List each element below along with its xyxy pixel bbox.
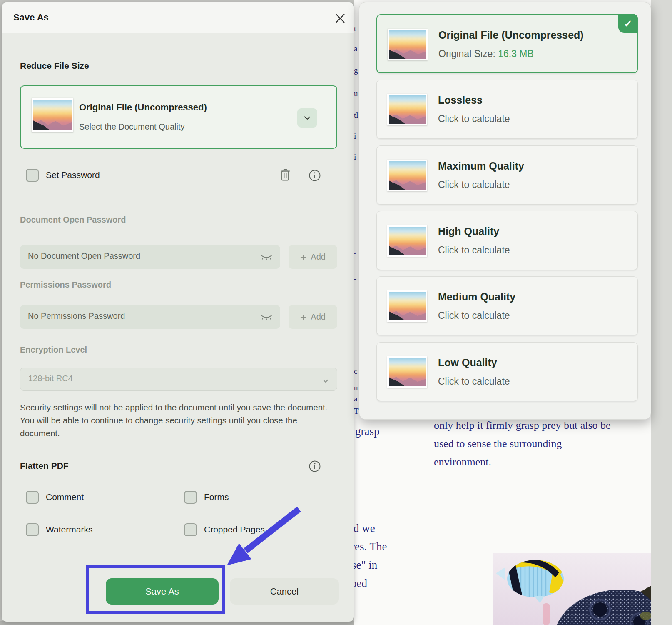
quality-thumbnail (32, 98, 73, 132)
plus-icon: + (300, 313, 306, 321)
quality-option-title: Maximum Quality (438, 160, 524, 172)
quality-option-high[interactable]: High Quality Click to calculate (376, 211, 638, 270)
quality-option-subtitle: Click to calculate (438, 376, 510, 387)
encryption-level-value: 128-bit RC4 (28, 374, 73, 383)
quality-thumbnail (387, 356, 427, 388)
flatten-forms-label: Forms (204, 492, 229, 502)
eye-closed-icon[interactable] (260, 254, 273, 262)
permissions-password-field[interactable]: No Permissions Password (20, 305, 280, 329)
doc-text-line: environment. (434, 456, 491, 468)
doc-clipped-column: t a g u tl i i ▪ - c u a T (354, 0, 359, 417)
reduce-file-size-heading: Reduce File Size (20, 61, 89, 71)
doc-edge-fragment: t (354, 24, 356, 33)
size-label: Original Size: (438, 48, 495, 59)
size-value: 16.3 MB (498, 48, 534, 59)
permissions-password-label: Permissions Password (20, 280, 111, 290)
doc-edge-fragment: T (354, 407, 359, 416)
permissions-password-value: No Permissions Password (28, 311, 125, 321)
doc-text-fragment: res. The (351, 540, 387, 553)
add-label: Add (311, 312, 326, 322)
encryption-level-select[interactable]: 128-bit RC4 (20, 368, 337, 391)
quality-selector-subtitle: Select the Document Quality (79, 122, 184, 132)
flatten-watermarks-label: Watermarks (46, 525, 92, 535)
quality-selector-title: Original File (Uncompressed) (79, 102, 207, 113)
doc-text-fragment: d we (353, 522, 375, 535)
dialog-title: Save As (13, 12, 49, 23)
fish-photo (493, 553, 651, 625)
close-icon[interactable] (333, 11, 347, 25)
plus-icon: + (300, 253, 306, 261)
encryption-level-label: Encryption Level (20, 345, 87, 355)
quality-thumbnail (388, 29, 428, 60)
check-icon: ✓ (618, 14, 638, 33)
save-as-dialog: Save As Reduce File Size Original File (… (2, 2, 354, 622)
doc-edge-fragment: ▪ (354, 250, 356, 256)
add-permissions-password-button[interactable]: + Add (289, 305, 337, 329)
quality-dropdown-panel: Original File (Uncompressed) Original Si… (359, 2, 651, 420)
doc-edge-fragment: i (354, 152, 356, 162)
quality-option-title: High Quality (438, 225, 499, 238)
add-label: Add (311, 252, 326, 262)
quality-option-subtitle: Click to calculate (438, 179, 510, 190)
quality-selector[interactable]: Original File (Uncompressed) Select the … (20, 85, 337, 149)
flatten-pdf-heading: Flatten PDF (20, 461, 69, 471)
doc-text-line: only help it firmly grasp prey but also … (434, 419, 611, 432)
quality-option-lossless[interactable]: Lossless Click to calculate (376, 80, 638, 139)
doc-open-password-label: Document Open Password (20, 215, 126, 225)
set-password-checkbox[interactable] (26, 169, 39, 182)
quality-option-title: Medium Quality (438, 291, 515, 303)
chevron-down-icon (323, 377, 329, 385)
doc-edge-fragment: - (354, 274, 356, 283)
info-icon[interactable] (307, 168, 322, 183)
flatten-watermarks-checkbox[interactable] (26, 523, 39, 536)
doc-edge-fragment: g (354, 66, 358, 75)
info-icon[interactable] (307, 459, 322, 474)
screen: t a g u tl i i ▪ - c u a T only help it … (0, 0, 672, 625)
add-doc-open-password-button[interactable]: + Add (289, 245, 337, 269)
quality-option-low[interactable]: Low Quality Click to calculate (376, 342, 638, 401)
eye-closed-icon[interactable] (260, 314, 273, 322)
chevron-down-icon[interactable] (297, 108, 317, 128)
quality-option-title: Lossless (438, 94, 483, 106)
doc-edge-fragment: c (354, 367, 357, 376)
flatten-comment-label: Comment (46, 492, 84, 502)
quality-option-original[interactable]: Original File (Uncompressed) Original Si… (376, 14, 638, 73)
quality-thumbnail (387, 94, 427, 125)
doc-text-fragment: se" in (352, 559, 377, 572)
quality-thumbnail (387, 290, 427, 322)
security-note: Security settings will not be applied to… (20, 401, 331, 440)
doc-edge-fragment: u (354, 383, 358, 392)
quality-thumbnail (387, 225, 427, 257)
doc-open-password-field[interactable]: No Document Open Password (20, 245, 280, 269)
doc-open-password-value: No Document Open Password (28, 251, 140, 261)
set-password-label: Set Password (46, 170, 100, 180)
quality-option-subtitle: Click to calculate (438, 113, 510, 125)
quality-option-size: Original Size: 16.3 MB (438, 48, 534, 60)
flatten-cropped-pages-label: Cropped Pages (204, 525, 265, 535)
quality-option-medium[interactable]: Medium Quality Click to calculate (376, 276, 638, 335)
quality-option-maximum[interactable]: Maximum Quality Click to calculate (376, 145, 638, 205)
divider (20, 191, 337, 191)
doc-text-line: used to sense the surrounding (434, 438, 562, 450)
doc-edge-fragment: i (354, 132, 356, 141)
flatten-forms-checkbox[interactable] (184, 491, 197, 504)
quality-option-title: Low Quality (438, 357, 497, 369)
dialog-titlebar: Save As (2, 2, 354, 33)
cancel-button[interactable]: Cancel (230, 578, 339, 605)
flatten-cropped-pages-checkbox[interactable] (184, 523, 197, 536)
quality-option-subtitle: Click to calculate (438, 245, 510, 256)
quality-option-subtitle: Click to calculate (438, 310, 510, 321)
doc-text-fragment: grasp (355, 425, 379, 438)
doc-edge-fragment: tl (354, 111, 358, 120)
flatten-comment-checkbox[interactable] (26, 491, 39, 504)
quality-option-title: Original File (Uncompressed) (438, 29, 584, 41)
save-as-button[interactable]: Save As (106, 578, 219, 605)
trash-icon[interactable] (277, 167, 293, 183)
doc-edge-fragment: u (354, 89, 358, 98)
doc-edge-fragment: a (354, 44, 357, 53)
quality-thumbnail (387, 160, 427, 191)
doc-edge-fragment: a (354, 394, 357, 403)
page-gutter (651, 0, 672, 625)
